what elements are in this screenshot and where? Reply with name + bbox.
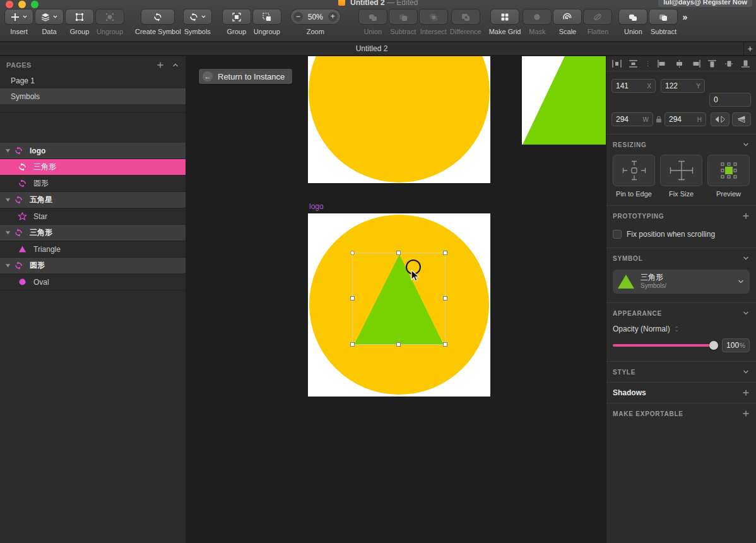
- layer-label: 圆形: [33, 178, 49, 189]
- zoom-in-button[interactable]: +: [328, 12, 338, 21]
- yellow-circle-shape[interactable]: [309, 56, 490, 182]
- layer-label: 三角形: [33, 162, 56, 172]
- collapse-pages-icon[interactable]: [172, 61, 179, 69]
- difference-icon: [461, 12, 471, 22]
- chevron-down-icon[interactable]: [742, 141, 750, 148]
- layer-group-star[interactable]: 五角星: [0, 192, 186, 208]
- chevron-down-icon: [674, 329, 680, 333]
- flip-vertical-button[interactable]: [732, 112, 751, 126]
- resizing-preview: Preview: [707, 155, 750, 203]
- x-position-field[interactable]: X: [611, 79, 656, 93]
- disclosure-triangle-icon[interactable]: [5, 148, 11, 153]
- artboard-circle-symbol[interactable]: [308, 56, 490, 183]
- layer-group-circle[interactable]: 圆形: [0, 258, 186, 274]
- chevron-down-icon: [52, 14, 58, 20]
- resize-handle[interactable]: [350, 342, 355, 347]
- green-triangle-shape[interactable]: [522, 56, 606, 145]
- symbol-master-select[interactable]: 三角形 Symbols/: [613, 270, 750, 294]
- blend-mode-stepper[interactable]: [674, 325, 680, 333]
- width-input[interactable]: [616, 115, 641, 124]
- flip-horizontal-button[interactable]: [711, 112, 729, 126]
- opacity-value-field[interactable]: 100%: [722, 338, 750, 352]
- resize-handle[interactable]: [443, 296, 447, 301]
- opacity-slider-knob[interactable]: [709, 341, 718, 350]
- x-position-input[interactable]: [616, 81, 644, 90]
- lock-aspect-ratio-icon[interactable]: [656, 116, 662, 123]
- toolbar-ungroup: Ungroup: [96, 9, 124, 35]
- toolbar-overflow-chevron-icon[interactable]: »: [682, 12, 686, 22]
- resize-handle[interactable]: [396, 342, 401, 347]
- toolbar-symbols[interactable]: Symbols: [184, 9, 211, 35]
- new-tab-button[interactable]: +: [743, 42, 756, 55]
- page-item-symbols[interactable]: Symbols: [0, 88, 186, 104]
- resize-handle[interactable]: [350, 296, 355, 301]
- alignment-toolbar: ⋮: [606, 56, 756, 71]
- toolbar-insert[interactable]: Insert: [5, 9, 33, 35]
- style-title: STYLE: [613, 369, 742, 376]
- align-left-icon[interactable]: [657, 59, 668, 68]
- layer-item-triangle-instance[interactable]: 三角形: [0, 159, 186, 176]
- resize-handle[interactable]: [396, 251, 401, 255]
- toolbar-scale[interactable]: Scale: [553, 9, 581, 35]
- document-tab[interactable]: Untitled 2: [0, 42, 743, 55]
- align-right-icon[interactable]: [690, 59, 701, 68]
- shadows-section: Shadows: [606, 382, 756, 403]
- canvas[interactable]: ← Return to Instance logo: [186, 56, 606, 543]
- pin-to-edge-option[interactable]: Pin to Edge: [613, 155, 655, 203]
- artboard-label-logo[interactable]: logo: [309, 202, 324, 211]
- layer-item-circle-instance[interactable]: 圆形: [0, 176, 186, 192]
- height-field[interactable]: H: [664, 112, 706, 126]
- toolbar-make-grid[interactable]: Make Grid: [489, 9, 521, 35]
- layer-group-logo[interactable]: logo: [0, 143, 186, 159]
- toolbar-ungroup-2[interactable]: Ungroup: [253, 9, 281, 35]
- width-field[interactable]: W: [611, 112, 653, 126]
- add-page-icon[interactable]: [157, 61, 164, 69]
- resize-handle[interactable]: [443, 251, 447, 255]
- layer-item-triangle[interactable]: Triangle: [0, 241, 186, 258]
- page-item-page1[interactable]: Page 1: [0, 73, 186, 88]
- layer-group-triangle[interactable]: 三角形: [0, 225, 186, 241]
- layer-item-star[interactable]: Star: [0, 208, 186, 225]
- selection-bounding-box[interactable]: [352, 253, 446, 345]
- union-icon: [628, 12, 638, 22]
- zoom-out-button[interactable]: −: [293, 12, 303, 21]
- resize-handle[interactable]: [443, 342, 447, 347]
- add-prototype-icon[interactable]: [742, 212, 750, 220]
- opacity-slider[interactable]: [613, 344, 717, 347]
- rotation-input[interactable]: [714, 95, 747, 104]
- fix-size-option[interactable]: Fix Size: [660, 155, 702, 203]
- distribute-vertically-icon[interactable]: [628, 59, 639, 68]
- height-input[interactable]: [669, 115, 695, 124]
- resize-handle[interactable]: [350, 251, 355, 255]
- disclosure-triangle-icon[interactable]: [5, 263, 11, 268]
- toolbar-subtract-right[interactable]: Subtract: [649, 9, 677, 35]
- fix-position-checkbox[interactable]: [613, 230, 622, 239]
- chevron-down-icon[interactable]: [742, 254, 750, 262]
- disclosure-triangle-icon[interactable]: [5, 197, 11, 203]
- toolbar-union-right[interactable]: Union: [619, 9, 647, 35]
- toolbar-data[interactable]: Data: [35, 9, 63, 35]
- add-export-icon[interactable]: [742, 410, 750, 417]
- toolbar-group[interactable]: Group: [66, 9, 93, 35]
- layer-label: Triangle: [33, 245, 61, 254]
- chevron-down-icon[interactable]: [742, 309, 750, 317]
- y-position-input[interactable]: [665, 81, 694, 90]
- layer-item-oval[interactable]: Oval: [0, 274, 186, 290]
- chevron-down-icon[interactable]: [742, 368, 750, 376]
- disclosure-triangle-icon[interactable]: [5, 230, 11, 236]
- symbol-path: Symbols/: [641, 282, 737, 290]
- add-shadow-icon[interactable]: [742, 389, 750, 397]
- align-center-horizontal-icon[interactable]: [674, 59, 685, 68]
- artboard-logo[interactable]: [308, 213, 490, 397]
- align-middle-vertical-icon[interactable]: [724, 59, 735, 68]
- align-top-icon[interactable]: [707, 59, 718, 68]
- toolbar-group-2[interactable]: Group: [223, 9, 251, 35]
- return-to-instance-button[interactable]: ← Return to Instance: [199, 69, 292, 84]
- rotation-field[interactable]: [709, 93, 751, 107]
- distribute-horizontally-icon[interactable]: [611, 59, 622, 68]
- account-register-button[interactable]: lul@days@ Register Now: [658, 0, 752, 7]
- toolbar-create-symbol[interactable]: Create Symbol: [135, 9, 181, 35]
- align-bottom-icon[interactable]: [740, 59, 751, 68]
- y-position-field[interactable]: Y: [661, 79, 705, 93]
- artboard-triangle-symbol-partial[interactable]: [522, 56, 606, 145]
